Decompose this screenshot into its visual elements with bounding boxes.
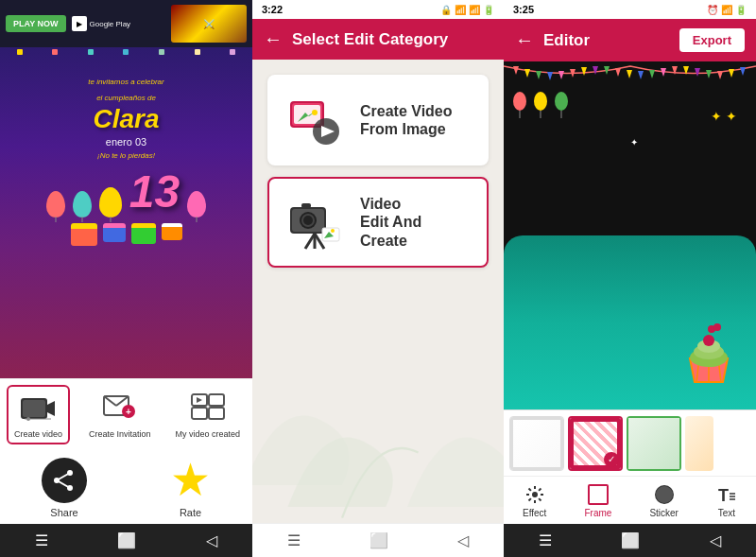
svg-point-86 — [656, 486, 673, 503]
svg-rect-32 — [301, 203, 311, 208]
alarm-icon: ⏰ — [707, 5, 718, 15]
create-invitation-icon: + — [99, 391, 141, 426]
back-icon[interactable]: ◁ — [206, 531, 217, 549]
svg-marker-50 — [638, 71, 644, 79]
my-video-created-action[interactable]: My video created — [169, 387, 246, 443]
status-time-2: 3:22 — [262, 4, 283, 15]
editor-toolbar: Effect Frame Sticker T Text — [504, 476, 756, 524]
svg-line-18 — [57, 473, 70, 480]
thumbnail-1[interactable] — [509, 416, 564, 471]
editor-header-left: ← Editor — [515, 29, 590, 51]
svg-rect-14 — [209, 408, 224, 419]
frame-tool[interactable]: Frame — [584, 484, 611, 518]
back-button-2[interactable]: ← — [264, 28, 283, 50]
panel-editor: 3:25 ⏰ 📶 🔋 ← Editor Export — [504, 0, 756, 557]
frame-label: Frame — [584, 508, 611, 518]
sticker-tool[interactable]: Sticker — [649, 484, 679, 518]
confetti-decoration — [0, 47, 252, 66]
navigation-bar-1: ☰ ⬜ ◁ — [0, 524, 252, 557]
home-icon-3[interactable]: ⬜ — [621, 531, 640, 549]
ad-banner: PLAY NOW ▶ Google Play ⚔️ — [0, 0, 252, 47]
lock-icon: 🔒 — [440, 5, 452, 15]
card-name: Clara — [88, 104, 163, 134]
share-button[interactable]: Share — [42, 458, 87, 518]
create-video-title: Create VideoFrom Image — [360, 102, 472, 138]
editor-balloons — [511, 90, 570, 118]
create-video-label: Create video — [14, 429, 62, 439]
panel-select-category: 3:22 🔒 📶 📶 🔋 ← Select Edit Category — [252, 0, 504, 557]
back-icon-3[interactable]: ◁ — [710, 531, 721, 549]
gifts-row — [71, 223, 182, 246]
create-invitation-label: Create Invitation — [89, 429, 151, 439]
menu-icon-3[interactable]: ☰ — [539, 531, 552, 549]
text-tool[interactable]: T Text — [716, 484, 737, 518]
svg-marker-43 — [558, 71, 564, 79]
svg-marker-58 — [729, 69, 734, 78]
svg-point-72 — [703, 335, 714, 346]
home-icon[interactable]: ⬜ — [117, 531, 136, 549]
menu-icon[interactable]: ☰ — [35, 531, 48, 549]
rate-star-icon: ★ — [170, 458, 211, 503]
wifi-icon: 📶 — [455, 5, 466, 15]
gift-2 — [103, 223, 126, 242]
menu-icon-2[interactable]: ☰ — [287, 531, 301, 549]
video-edit-text: VideoEdit And Create — [360, 195, 472, 250]
birthday-background: ✦ ✦ ✦ — [504, 61, 756, 409]
back-button-3[interactable]: ← — [515, 29, 534, 51]
sticker-label: Sticker — [649, 508, 679, 518]
balloon-yellow — [99, 187, 122, 218]
balloon-pink — [187, 191, 206, 218]
svg-rect-2 — [23, 400, 45, 417]
editor-canvas[interactable]: ✦ ✦ ✦ — [504, 61, 756, 409]
svg-line-82 — [539, 489, 541, 491]
svg-marker-59 — [740, 67, 746, 76]
svg-point-24 — [312, 110, 318, 115]
my-video-label: My video created — [175, 429, 240, 439]
ad-game-image[interactable]: ⚔️ — [171, 5, 247, 43]
category-create-video[interactable]: Create VideoFrom Image — [267, 75, 489, 165]
rate-button[interactable]: ★ Rate — [170, 458, 211, 518]
video-edit-title: VideoEdit And Create — [360, 195, 472, 250]
gift-4 — [162, 223, 182, 240]
category-video-edit[interactable]: VideoEdit And Create — [267, 177, 489, 268]
thumbnail-2[interactable]: ✓ — [568, 416, 623, 471]
create-video-action[interactable]: Create video — [7, 385, 70, 444]
svg-point-38 — [331, 229, 335, 233]
sparkles-2: ✦ — [630, 137, 638, 148]
create-invitation-action[interactable]: + Create Invitation — [83, 387, 157, 443]
play-now-button[interactable]: PLAY NOW — [6, 15, 66, 32]
svg-point-62 — [534, 92, 547, 111]
effect-tool[interactable]: Effect — [523, 484, 546, 518]
svg-marker-41 — [536, 71, 541, 79]
svg-marker-39 — [513, 66, 519, 75]
svg-line-80 — [528, 489, 530, 491]
thumbnail-4[interactable] — [685, 416, 713, 471]
home-icon-2[interactable]: ⬜ — [369, 531, 388, 549]
editor-header: ← Editor Export — [504, 19, 756, 61]
thumb-check-icon: ✓ — [604, 452, 619, 467]
create-video-icon — [17, 391, 59, 426]
category-header-title: Select Edit Category — [292, 30, 448, 49]
svg-line-19 — [57, 480, 70, 488]
gift-1 — [71, 223, 97, 246]
google-play-logo: ▶ Google Play — [72, 16, 131, 31]
back-icon-2[interactable]: ◁ — [457, 531, 469, 549]
thumbnail-3[interactable] — [627, 416, 681, 471]
svg-marker-45 — [581, 67, 587, 76]
svg-marker-49 — [627, 70, 632, 78]
export-button[interactable]: Export — [679, 28, 745, 52]
navigation-bar-2: ☰ ⬜ ◁ — [252, 523, 504, 557]
status-bar-3: 3:25 ⏰ 📶 🔋 — [504, 0, 756, 19]
create-video-from-image-icon — [284, 90, 345, 150]
bottom-actions-bar: Create video + Create Invitation — [0, 378, 252, 450]
svg-line-7 — [116, 396, 129, 406]
svg-marker-56 — [706, 70, 712, 78]
google-play-text: Google Play — [90, 20, 131, 28]
card-age: 13 — [129, 165, 180, 218]
svg-point-60 — [513, 92, 526, 111]
svg-marker-11 — [197, 397, 202, 403]
svg-marker-55 — [695, 68, 700, 77]
svg-rect-13 — [192, 408, 207, 419]
svg-point-75 — [713, 323, 721, 331]
status-time-3: 3:25 — [513, 4, 534, 15]
